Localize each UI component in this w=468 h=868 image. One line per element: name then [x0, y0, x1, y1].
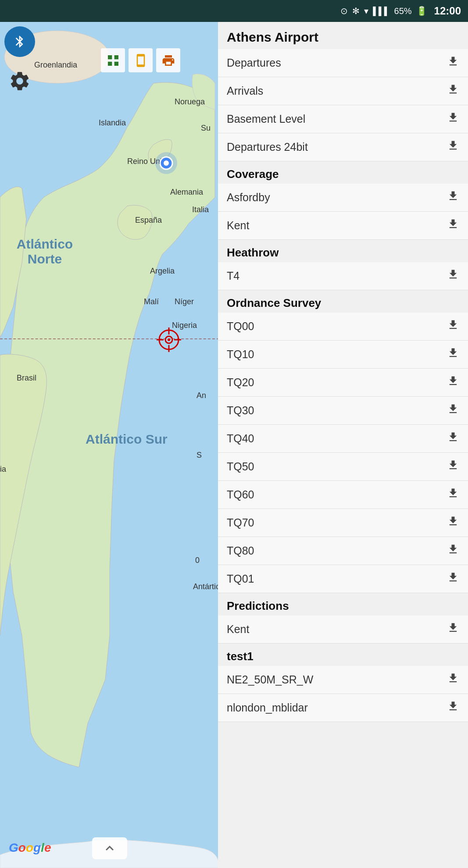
settings-button[interactable] — [4, 66, 35, 96]
panel-item[interactable]: TQ40 — [218, 425, 468, 453]
crosshair-icon — [156, 327, 182, 353]
up-chevron-button[interactable] — [92, 837, 127, 859]
download-icon[interactable] — [447, 403, 459, 418]
wifi-icon: ▾ — [364, 6, 368, 16]
panel-item-label: Departures — [227, 57, 281, 69]
panel-item[interactable]: TQ00 — [218, 313, 468, 341]
panel-item-label: NE2_50M_SR_W — [227, 673, 313, 686]
panel-item[interactable]: TQ30 — [218, 397, 468, 425]
download-icon[interactable] — [447, 111, 459, 127]
panel-item-label: TQ01 — [227, 573, 254, 585]
panel-section-header: Coverage — [218, 161, 468, 184]
download-icon[interactable] — [447, 55, 459, 71]
location-dot — [154, 151, 178, 175]
panel-item[interactable]: nlondon_mblidar — [218, 694, 468, 722]
map-svg — [0, 22, 219, 868]
map-area: Groenlandia Islandia Noruega Su Reino Un… — [0, 22, 219, 868]
battery-icon: 🔋 — [416, 6, 427, 16]
svg-point-4 — [164, 160, 169, 166]
panel-item-label: Asfordby — [227, 191, 270, 204]
panel-item[interactable]: TQ01 — [218, 565, 468, 593]
panel-item-label: TQ20 — [227, 376, 254, 389]
panel-item-label: nlondon_mblidar — [227, 701, 308, 714]
panel-item[interactable]: Departures 24bit — [218, 133, 468, 161]
panel-item-label: Departures 24bit — [227, 141, 308, 153]
download-icon[interactable] — [447, 375, 459, 390]
panel-item[interactable]: NE2_50M_SR_W — [218, 666, 468, 694]
download-icon[interactable] — [447, 319, 459, 334]
download-icon[interactable] — [447, 515, 459, 530]
panel-section-header: test1 — [218, 644, 468, 666]
panel-item[interactable]: Departures — [218, 49, 468, 77]
panel-item-label: T4 — [227, 270, 239, 282]
panel-item-label: Kent — [227, 219, 249, 232]
download-icon[interactable] — [447, 543, 459, 559]
status-icons: ⊙ ✻ ▾ ▌▌▌ 65% 🔋 12:00 — [340, 5, 461, 17]
download-icon[interactable] — [447, 622, 459, 637]
panel-item-label: TQ30 — [227, 404, 254, 417]
panel-item[interactable]: Asfordby — [218, 184, 468, 212]
download-icon[interactable] — [447, 190, 459, 205]
panel-item[interactable]: T4 — [218, 262, 468, 290]
panel-item[interactable]: Kent — [218, 615, 468, 644]
download-icon[interactable] — [447, 700, 459, 715]
panel-item-label: Arrivals — [227, 85, 263, 97]
download-icon[interactable] — [447, 139, 459, 155]
panel-item-label: TQ40 — [227, 432, 254, 445]
download-icon[interactable] — [447, 268, 459, 284]
download-icon[interactable] — [447, 431, 459, 446]
signal-icon: ▌▌▌ — [373, 7, 389, 16]
grid-tool-icon[interactable] — [101, 48, 125, 72]
download-icon[interactable] — [447, 459, 459, 474]
panel-item-label: TQ10 — [227, 348, 254, 361]
download-icon[interactable] — [447, 218, 459, 233]
panel-section-header: Predictions — [218, 593, 468, 615]
clock: 12:00 — [434, 5, 461, 17]
panel-item-label: TQ50 — [227, 460, 254, 473]
panel-header: Athens Airport — [218, 22, 468, 49]
panel-item-label: Basement Level — [227, 113, 305, 125]
side-panel[interactable]: Athens Airport DeparturesArrivalsBasemen… — [218, 22, 468, 868]
panel-item[interactable]: TQ10 — [218, 341, 468, 369]
panel-item[interactable]: TQ80 — [218, 537, 468, 565]
panel-section-header: Heathrow — [218, 240, 468, 262]
panel-item-label: TQ70 — [227, 516, 254, 529]
download-icon[interactable] — [447, 672, 459, 687]
panel-item[interactable]: TQ70 — [218, 509, 468, 537]
panel-item[interactable]: Basement Level — [218, 105, 468, 133]
panel-item-label: TQ60 — [227, 488, 254, 501]
panel-item[interactable]: TQ60 — [218, 481, 468, 509]
bluetooth-status-icon: ✻ — [352, 6, 360, 16]
panel-section-header: Ordnance Survey — [218, 290, 468, 313]
panel-item[interactable]: TQ20 — [218, 369, 468, 397]
download-icon[interactable] — [447, 487, 459, 502]
panel-title: Athens Airport — [227, 30, 318, 44]
download-icon[interactable] — [447, 83, 459, 99]
status-bar: ⊙ ✻ ▾ ▌▌▌ 65% 🔋 12:00 — [0, 0, 468, 22]
battery-percent: 65% — [394, 6, 412, 16]
panel-item[interactable]: Arrivals — [218, 77, 468, 105]
panel-item-label: TQ80 — [227, 544, 254, 557]
bluetooth-button[interactable] — [4, 26, 35, 57]
panel-item-label: Kent — [227, 623, 249, 636]
panel-item[interactable]: Kent — [218, 212, 468, 240]
phone-tool-icon[interactable] — [129, 48, 153, 72]
panel-item-label: TQ00 — [227, 320, 254, 333]
toolbar — [101, 48, 180, 72]
equator-line — [0, 338, 219, 339]
location-icon: ⊙ — [340, 6, 348, 16]
google-watermark: Google — [9, 841, 51, 855]
svg-point-7 — [168, 338, 170, 341]
download-icon[interactable] — [447, 571, 459, 587]
printer-tool-icon[interactable] — [156, 48, 180, 72]
download-icon[interactable] — [447, 347, 459, 362]
panel-item[interactable]: TQ50 — [218, 453, 468, 481]
